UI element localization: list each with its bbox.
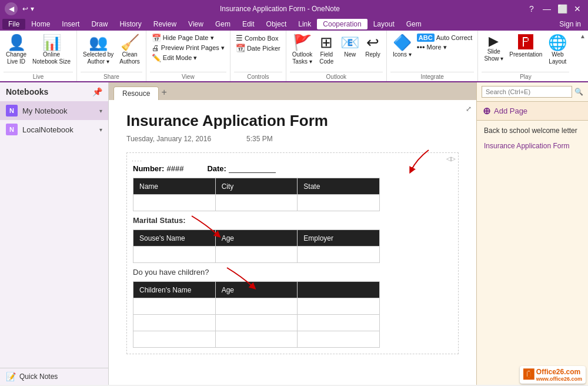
quick-notes-item[interactable]: 📝 Quick Notes [0, 368, 108, 385]
reply-button[interactable]: ↩ Reply [363, 33, 383, 59]
cell-employer[interactable] [298, 247, 380, 263]
window-title: Insurance Application Form - OneNote [34, 5, 526, 13]
menu-layout[interactable]: Layout [368, 19, 400, 29]
menu-view[interactable]: View [182, 19, 209, 29]
ribbon-group-integrate: 🔷 Icons ▾ ABC Auto Correct ••• More ▾ In… [387, 31, 479, 81]
quick-notes-label: Quick Notes [19, 372, 58, 381]
spouse-info-table: Souse's Name Age Employer [133, 229, 380, 263]
page-item-insurance[interactable]: Insurance Application Form [477, 138, 588, 154]
help-button[interactable]: ? [526, 3, 537, 15]
col-employer: Employer [298, 230, 380, 247]
menu-history[interactable]: History [113, 19, 147, 29]
table3-row3 [133, 331, 380, 348]
play-group-label: Play [482, 72, 569, 80]
ribbon-group-view-top: 📅 Hide Page Date ▾ 🖨 Number: Preview Pri… [150, 32, 226, 72]
title-bar-controls: ? — ⬜ ✕ [526, 3, 583, 15]
live-group-label: Live [4, 72, 73, 80]
menu-link[interactable]: Link [292, 19, 317, 29]
cell-state[interactable] [298, 195, 380, 211]
preview-print-pages-button[interactable]: 🖨 Number: Preview Print Pages ▾ [150, 43, 226, 53]
notebooks-label: Notebooks [6, 87, 48, 96]
change-live-id-button[interactable]: 👤 Change Live ID [4, 33, 29, 66]
note-collapse-icon[interactable]: ◁▷ [446, 155, 456, 162]
close-button[interactable]: ✕ [572, 3, 583, 15]
ribbon-group-play: ▶ Slide Show ▾ 🅿 Presentation 🌐 Web Layo… [478, 31, 573, 81]
arrow-annotation-2 [186, 213, 227, 242]
date-picker-button[interactable]: 📆 Date Picker [234, 43, 282, 53]
ribbon-group-outlook: 🚩 Outlook Tasks ▾ ⊞ Field Code 📧 New ↩ R… [286, 31, 387, 81]
menu-cooperation[interactable]: Cooperation [317, 19, 367, 29]
notebook-item-my[interactable]: N My Notebook ▾ [0, 101, 108, 120]
hide-page-date-button[interactable]: 📅 Hide Page Date ▾ [150, 33, 226, 43]
search-input[interactable] [482, 86, 572, 98]
note-date: Tuesday, January 12, 2016 [126, 135, 211, 143]
cell-age[interactable] [215, 247, 298, 263]
expand-button[interactable]: ⤢ [466, 105, 472, 113]
menu-gem2[interactable]: Gem [400, 19, 427, 29]
field-code-icon: ⊞ [320, 34, 333, 51]
menu-draw[interactable]: Draw [85, 19, 113, 29]
arrow-annotation-1 [399, 147, 435, 177]
main-layout: Notebooks 📌 N My Notebook ▾ N LocalNoteb… [0, 82, 588, 385]
notebook-item-local[interactable]: N LocalNotebook ▾ [0, 120, 108, 139]
watermark: 🅾 Office26.com www.office26.com [520, 366, 586, 384]
menu-insert[interactable]: Insert [56, 19, 85, 29]
search-icon[interactable]: 🔍 [574, 88, 583, 96]
menu-edit[interactable]: Edit [236, 19, 260, 29]
note-content-container: ···· ◁▷ Number: #### Date: [126, 152, 459, 354]
sidebar-pin-icon[interactable]: 📌 [92, 87, 102, 96]
field-code-button[interactable]: ⊞ Field Code [316, 33, 337, 66]
page-item-welcome[interactable]: Back to school welcome letter [477, 123, 588, 138]
watermark-site: Office26.com [536, 368, 582, 376]
sign-in-button[interactable]: Sign in [554, 19, 586, 29]
minimize-button[interactable]: — [541, 3, 553, 15]
add-tab-button[interactable]: + [161, 87, 166, 98]
children-row: Do you have children? [133, 268, 452, 277]
menu-review[interactable]: Review [148, 19, 182, 29]
cell-name[interactable] [133, 195, 216, 211]
ribbon-group-view: 📅 Hide Page Date ▾ 🖨 Number: Preview Pri… [146, 31, 230, 81]
cell-spouse-name[interactable] [133, 247, 216, 263]
menu-bar: File Home Insert Draw History Review Vie… [0, 18, 588, 31]
icons-button[interactable]: 🔷 Icons ▾ [390, 33, 414, 59]
combo-box-button[interactable]: ☰ Combo Box [234, 33, 282, 43]
add-page-button[interactable]: ⊕ Add Page [477, 102, 588, 121]
more-button[interactable]: ••• More ▾ [415, 42, 475, 52]
notebook-label-my: My Notebook [22, 107, 95, 115]
note-meta: Tuesday, January 12, 2016 5:35 PM [126, 135, 459, 143]
ribbon-collapse-button[interactable]: ▲ [577, 31, 588, 81]
live-id-icon: 👤 [7, 34, 26, 51]
selected-by-author-button[interactable]: 👥 Selected by Author ▾ [81, 33, 116, 66]
online-notebook-size-button[interactable]: 📊 Online Notebook Size [30, 33, 73, 66]
notebook-arrow-local: ▾ [99, 127, 102, 133]
date-picker-icon: 📆 [236, 44, 245, 52]
note-resize-handle[interactable]: ···· [132, 158, 143, 164]
marital-status-label: Marital Status: [133, 216, 186, 225]
menu-gem1[interactable]: Gem [209, 19, 236, 29]
presentation-button[interactable]: 🅿 Presentation [507, 33, 544, 59]
col-children-name: Children's Name [133, 282, 216, 298]
slide-show-button[interactable]: ▶ Slide Show ▾ [482, 33, 506, 64]
new-email-icon: 📧 [340, 34, 359, 51]
auto-correct-button[interactable]: ABC Auto Correct [415, 33, 475, 42]
ribbon-group-integrate-top: 🔷 Icons ▾ ABC Auto Correct ••• More ▾ [390, 32, 475, 72]
notebook-icon-my: N [6, 105, 18, 117]
integrate-group-label: Integrate [390, 72, 475, 80]
edit-mode-button[interactable]: ✏️ Edit Mode ▾ [150, 53, 226, 63]
web-layout-button[interactable]: 🌐 Web Layout [546, 33, 569, 66]
clean-authors-button[interactable]: 🧹 Clean Authors [117, 33, 142, 66]
back-button[interactable]: ◀ [5, 2, 18, 15]
menu-file[interactable]: File [2, 19, 25, 29]
new-email-button[interactable]: 📧 New [338, 33, 362, 59]
tab-resouce[interactable]: Resouce [113, 86, 159, 100]
undo-icon[interactable]: ↩ [22, 5, 28, 13]
notebook-size-icon: 📊 [42, 34, 61, 51]
cell-city[interactable] [215, 195, 298, 211]
table3-row1 [133, 298, 380, 315]
tab-bar: Resouce + [109, 82, 476, 100]
menu-home[interactable]: Home [25, 19, 56, 29]
restore-button[interactable]: ⬜ [556, 3, 568, 15]
menu-object[interactable]: Object [260, 19, 293, 29]
ribbon-group-play-top: ▶ Slide Show ▾ 🅿 Presentation 🌐 Web Layo… [482, 32, 569, 72]
outlook-tasks-button[interactable]: 🚩 Outlook Tasks ▾ [290, 33, 315, 66]
